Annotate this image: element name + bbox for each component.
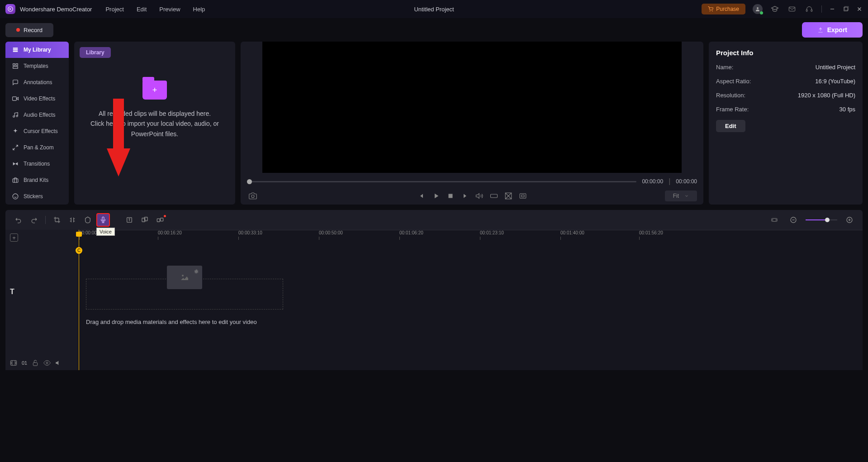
library-panel: Library + All recorded clips will be dis…: [74, 42, 235, 205]
maximize-icon[interactable]: [843, 6, 849, 12]
stop-icon[interactable]: [446, 192, 455, 200]
svg-point-47: [46, 362, 48, 364]
svg-marker-28: [476, 194, 479, 199]
drop-zone[interactable]: Drag and drop media materials and effect…: [86, 279, 854, 325]
sidebar-video-effects[interactable]: Video Effects: [5, 90, 69, 107]
film-icon[interactable]: [10, 359, 17, 367]
templates-icon: [12, 62, 19, 70]
voice-button[interactable]: Voice: [96, 213, 110, 227]
sidebar-brand-kits[interactable]: Brand Kits: [5, 172, 69, 188]
marker-button[interactable]: [81, 213, 95, 227]
library-hint-1: All recorded clips will be displayed her…: [80, 109, 230, 119]
zoom-in-button[interactable]: [843, 213, 856, 227]
group-button[interactable]: [138, 213, 152, 227]
prev-frame-icon[interactable]: [417, 192, 426, 200]
undo-button[interactable]: [12, 213, 25, 227]
info-title: Project Info: [716, 49, 855, 57]
lock-icon[interactable]: [32, 359, 39, 367]
visibility-icon[interactable]: [43, 359, 51, 367]
cart-icon: [708, 6, 713, 12]
snapshot-icon[interactable]: [249, 192, 257, 200]
fit-timeline-button[interactable]: [768, 213, 781, 227]
app-name: Wondershare DemoCreator: [20, 6, 92, 13]
svg-rect-16: [16, 64, 18, 66]
transitions-icon: [12, 160, 19, 167]
svg-point-21: [16, 115, 18, 117]
sidebar-templates[interactable]: Templates: [5, 58, 69, 74]
mail-icon[interactable]: [787, 4, 797, 14]
export-button[interactable]: Export: [802, 22, 863, 38]
timeline-ruler[interactable]: 00:00:00:00 00:00:16:20 00:00:33:10 00:0…: [78, 230, 863, 243]
audio-effects-icon: [12, 111, 19, 119]
edit-button[interactable]: Edit: [716, 120, 745, 132]
library-tag[interactable]: Library: [80, 47, 111, 58]
split-button[interactable]: [66, 213, 79, 227]
chevron-down-icon: [684, 194, 689, 198]
pan-zoom-icon: [12, 144, 19, 151]
media-thumb-icon: [167, 266, 202, 289]
record-dot-icon: [16, 28, 20, 32]
preview-panel: 00:00:00 | 00:00:00 Fit: [241, 42, 703, 205]
add-track-button[interactable]: +: [10, 233, 18, 242]
quality-icon[interactable]: [490, 192, 498, 200]
menu-edit[interactable]: Edit: [137, 6, 147, 13]
play-icon[interactable]: [432, 192, 440, 200]
menu-project[interactable]: Project: [105, 6, 123, 13]
record-button[interactable]: Record: [5, 23, 53, 37]
grid-icon[interactable]: [504, 192, 512, 200]
export-icon: [817, 27, 824, 33]
fit-dropdown[interactable]: Fit: [665, 191, 697, 201]
ungroup-button[interactable]: [153, 213, 167, 227]
timeline-body[interactable]: C 00:00:00:00 00:00:16:20 00:00:33:10 00…: [78, 230, 863, 370]
academy-icon[interactable]: [770, 4, 780, 14]
zoom-out-button[interactable]: [787, 213, 800, 227]
playhead[interactable]: C: [79, 230, 79, 370]
zoom-slider[interactable]: [806, 219, 837, 220]
menu-help[interactable]: Help: [193, 6, 205, 13]
svg-rect-15: [13, 64, 15, 66]
redo-button[interactable]: [27, 213, 41, 227]
sidebar-transitions[interactable]: Transitions: [5, 156, 69, 172]
menu-preview[interactable]: Preview: [159, 6, 180, 13]
sidebar-cursor-effects[interactable]: Cursor Effects: [5, 123, 69, 139]
svg-marker-48: [56, 361, 59, 365]
svg-point-2: [712, 11, 713, 11]
sidebar-stickers[interactable]: Stickers: [5, 188, 69, 205]
preview-video[interactable]: [262, 42, 682, 173]
svg-rect-38: [161, 218, 163, 221]
fullscreen-icon[interactable]: [519, 192, 527, 200]
svg-rect-33: [102, 217, 104, 220]
close-icon[interactable]: [856, 6, 863, 12]
brand-kits-icon: [12, 176, 19, 184]
svg-rect-17: [13, 67, 18, 68]
text-track-icon[interactable]: T: [5, 284, 78, 300]
svg-marker-25: [107, 148, 130, 176]
minimize-icon[interactable]: [829, 6, 835, 12]
svg-point-3: [757, 7, 759, 9]
stickers-icon: [12, 193, 19, 200]
svg-rect-5: [806, 10, 807, 11]
import-folder-icon[interactable]: +: [142, 81, 167, 100]
svg-rect-13: [13, 49, 18, 50]
sidebar-annotations[interactable]: Annotations: [5, 74, 69, 90]
time-total: 00:00:00: [676, 178, 697, 185]
library-hint-2: Click here to import your local video, a…: [80, 119, 230, 139]
mute-icon[interactable]: [55, 359, 62, 367]
volume-icon[interactable]: [475, 192, 484, 200]
svg-point-20: [13, 116, 15, 118]
sidebar-pan-zoom[interactable]: Pan & Zoom: [5, 139, 69, 156]
next-frame-icon[interactable]: [461, 192, 469, 200]
preview-slider[interactable]: 00:00:00 | 00:00:00: [247, 177, 697, 186]
headset-icon[interactable]: [804, 4, 814, 14]
crop-button[interactable]: [50, 213, 64, 227]
user-avatar[interactable]: [753, 4, 763, 14]
svg-marker-18: [16, 97, 18, 100]
sidebar-audio-effects[interactable]: Audio Effects: [5, 107, 69, 123]
purchase-button[interactable]: Purchase: [702, 4, 745, 14]
text-button[interactable]: [123, 213, 136, 227]
svg-rect-45: [10, 361, 16, 366]
sidebar-my-library[interactable]: My Library: [5, 42, 69, 58]
svg-rect-4: [789, 7, 795, 11]
drop-hint: Drag and drop media materials and effect…: [86, 319, 854, 325]
svg-rect-22: [13, 179, 18, 182]
